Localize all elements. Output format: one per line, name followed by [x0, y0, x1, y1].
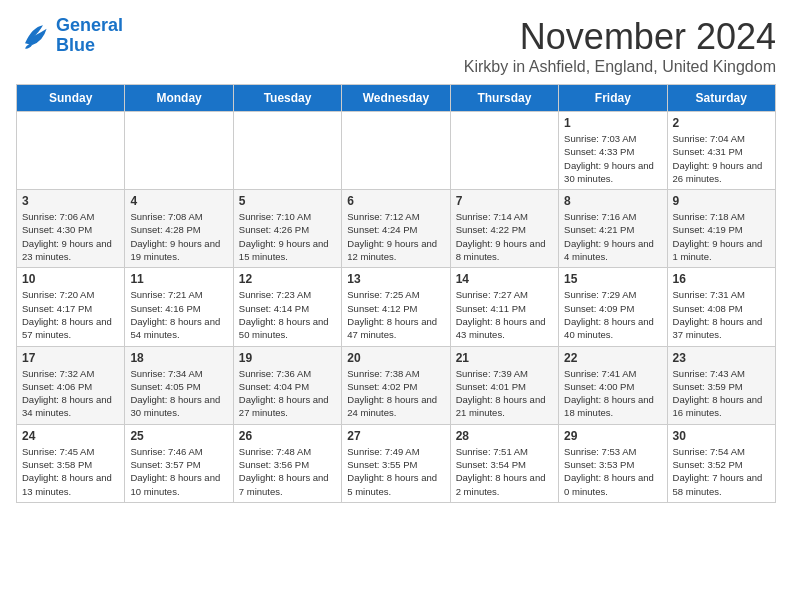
calendar-week-4: 17Sunrise: 7:32 AMSunset: 4:06 PMDayligh…	[17, 346, 776, 424]
day-info: Sunrise: 7:16 AMSunset: 4:21 PMDaylight:…	[564, 210, 661, 263]
day-number: 2	[673, 116, 770, 130]
day-info: Sunrise: 7:32 AMSunset: 4:06 PMDaylight:…	[22, 367, 119, 420]
calendar-cell	[233, 112, 341, 190]
calendar-cell: 10Sunrise: 7:20 AMSunset: 4:17 PMDayligh…	[17, 268, 125, 346]
calendar-week-5: 24Sunrise: 7:45 AMSunset: 3:58 PMDayligh…	[17, 424, 776, 502]
day-number: 9	[673, 194, 770, 208]
calendar-cell: 2Sunrise: 7:04 AMSunset: 4:31 PMDaylight…	[667, 112, 775, 190]
day-number: 20	[347, 351, 444, 365]
day-info: Sunrise: 7:36 AMSunset: 4:04 PMDaylight:…	[239, 367, 336, 420]
calendar-cell: 9Sunrise: 7:18 AMSunset: 4:19 PMDaylight…	[667, 190, 775, 268]
day-number: 1	[564, 116, 661, 130]
day-number: 6	[347, 194, 444, 208]
header-row: Sunday Monday Tuesday Wednesday Thursday…	[17, 85, 776, 112]
day-number: 14	[456, 272, 553, 286]
calendar-cell	[450, 112, 558, 190]
day-info: Sunrise: 7:03 AMSunset: 4:33 PMDaylight:…	[564, 132, 661, 185]
calendar-cell: 30Sunrise: 7:54 AMSunset: 3:52 PMDayligh…	[667, 424, 775, 502]
header-sunday: Sunday	[17, 85, 125, 112]
calendar-cell: 22Sunrise: 7:41 AMSunset: 4:00 PMDayligh…	[559, 346, 667, 424]
page-header: General Blue November 2024 Kirkby in Ash…	[16, 16, 776, 76]
logo: General Blue	[16, 16, 123, 56]
title-area: November 2024 Kirkby in Ashfield, Englan…	[464, 16, 776, 76]
header-tuesday: Tuesday	[233, 85, 341, 112]
day-info: Sunrise: 7:04 AMSunset: 4:31 PMDaylight:…	[673, 132, 770, 185]
day-number: 5	[239, 194, 336, 208]
calendar-week-3: 10Sunrise: 7:20 AMSunset: 4:17 PMDayligh…	[17, 268, 776, 346]
day-number: 28	[456, 429, 553, 443]
calendar-cell: 12Sunrise: 7:23 AMSunset: 4:14 PMDayligh…	[233, 268, 341, 346]
calendar-cell: 5Sunrise: 7:10 AMSunset: 4:26 PMDaylight…	[233, 190, 341, 268]
day-info: Sunrise: 7:12 AMSunset: 4:24 PMDaylight:…	[347, 210, 444, 263]
day-info: Sunrise: 7:41 AMSunset: 4:00 PMDaylight:…	[564, 367, 661, 420]
day-number: 8	[564, 194, 661, 208]
day-info: Sunrise: 7:10 AMSunset: 4:26 PMDaylight:…	[239, 210, 336, 263]
day-info: Sunrise: 7:48 AMSunset: 3:56 PMDaylight:…	[239, 445, 336, 498]
day-info: Sunrise: 7:38 AMSunset: 4:02 PMDaylight:…	[347, 367, 444, 420]
calendar-table: Sunday Monday Tuesday Wednesday Thursday…	[16, 84, 776, 503]
day-info: Sunrise: 7:43 AMSunset: 3:59 PMDaylight:…	[673, 367, 770, 420]
day-number: 27	[347, 429, 444, 443]
calendar-cell: 6Sunrise: 7:12 AMSunset: 4:24 PMDaylight…	[342, 190, 450, 268]
calendar-cell: 14Sunrise: 7:27 AMSunset: 4:11 PMDayligh…	[450, 268, 558, 346]
day-info: Sunrise: 7:46 AMSunset: 3:57 PMDaylight:…	[130, 445, 227, 498]
day-number: 10	[22, 272, 119, 286]
calendar-cell: 25Sunrise: 7:46 AMSunset: 3:57 PMDayligh…	[125, 424, 233, 502]
day-info: Sunrise: 7:45 AMSunset: 3:58 PMDaylight:…	[22, 445, 119, 498]
day-info: Sunrise: 7:29 AMSunset: 4:09 PMDaylight:…	[564, 288, 661, 341]
calendar-cell: 26Sunrise: 7:48 AMSunset: 3:56 PMDayligh…	[233, 424, 341, 502]
day-info: Sunrise: 7:23 AMSunset: 4:14 PMDaylight:…	[239, 288, 336, 341]
location-subtitle: Kirkby in Ashfield, England, United King…	[464, 58, 776, 76]
logo-line1: General	[56, 16, 123, 36]
calendar-cell: 16Sunrise: 7:31 AMSunset: 4:08 PMDayligh…	[667, 268, 775, 346]
day-number: 3	[22, 194, 119, 208]
day-info: Sunrise: 7:51 AMSunset: 3:54 PMDaylight:…	[456, 445, 553, 498]
day-number: 7	[456, 194, 553, 208]
day-info: Sunrise: 7:31 AMSunset: 4:08 PMDaylight:…	[673, 288, 770, 341]
day-number: 18	[130, 351, 227, 365]
day-info: Sunrise: 7:14 AMSunset: 4:22 PMDaylight:…	[456, 210, 553, 263]
day-number: 22	[564, 351, 661, 365]
day-info: Sunrise: 7:49 AMSunset: 3:55 PMDaylight:…	[347, 445, 444, 498]
calendar-cell: 21Sunrise: 7:39 AMSunset: 4:01 PMDayligh…	[450, 346, 558, 424]
calendar-cell: 24Sunrise: 7:45 AMSunset: 3:58 PMDayligh…	[17, 424, 125, 502]
logo-line2: Blue	[56, 36, 123, 56]
day-number: 4	[130, 194, 227, 208]
calendar-cell: 18Sunrise: 7:34 AMSunset: 4:05 PMDayligh…	[125, 346, 233, 424]
day-info: Sunrise: 7:27 AMSunset: 4:11 PMDaylight:…	[456, 288, 553, 341]
day-number: 29	[564, 429, 661, 443]
calendar-cell: 27Sunrise: 7:49 AMSunset: 3:55 PMDayligh…	[342, 424, 450, 502]
day-info: Sunrise: 7:34 AMSunset: 4:05 PMDaylight:…	[130, 367, 227, 420]
header-wednesday: Wednesday	[342, 85, 450, 112]
calendar-cell: 7Sunrise: 7:14 AMSunset: 4:22 PMDaylight…	[450, 190, 558, 268]
day-number: 23	[673, 351, 770, 365]
day-number: 19	[239, 351, 336, 365]
day-number: 21	[456, 351, 553, 365]
day-number: 26	[239, 429, 336, 443]
header-friday: Friday	[559, 85, 667, 112]
day-number: 30	[673, 429, 770, 443]
calendar-cell	[342, 112, 450, 190]
calendar-cell	[17, 112, 125, 190]
month-title: November 2024	[464, 16, 776, 58]
calendar-cell: 28Sunrise: 7:51 AMSunset: 3:54 PMDayligh…	[450, 424, 558, 502]
calendar-cell: 8Sunrise: 7:16 AMSunset: 4:21 PMDaylight…	[559, 190, 667, 268]
day-info: Sunrise: 7:18 AMSunset: 4:19 PMDaylight:…	[673, 210, 770, 263]
day-number: 16	[673, 272, 770, 286]
calendar-header: Sunday Monday Tuesday Wednesday Thursday…	[17, 85, 776, 112]
calendar-week-2: 3Sunrise: 7:06 AMSunset: 4:30 PMDaylight…	[17, 190, 776, 268]
calendar-cell: 4Sunrise: 7:08 AMSunset: 4:28 PMDaylight…	[125, 190, 233, 268]
calendar-body: 1Sunrise: 7:03 AMSunset: 4:33 PMDaylight…	[17, 112, 776, 503]
header-saturday: Saturday	[667, 85, 775, 112]
calendar-cell: 19Sunrise: 7:36 AMSunset: 4:04 PMDayligh…	[233, 346, 341, 424]
calendar-cell: 29Sunrise: 7:53 AMSunset: 3:53 PMDayligh…	[559, 424, 667, 502]
day-info: Sunrise: 7:21 AMSunset: 4:16 PMDaylight:…	[130, 288, 227, 341]
calendar-cell: 17Sunrise: 7:32 AMSunset: 4:06 PMDayligh…	[17, 346, 125, 424]
header-monday: Monday	[125, 85, 233, 112]
calendar-cell: 15Sunrise: 7:29 AMSunset: 4:09 PMDayligh…	[559, 268, 667, 346]
day-info: Sunrise: 7:06 AMSunset: 4:30 PMDaylight:…	[22, 210, 119, 263]
calendar-cell: 20Sunrise: 7:38 AMSunset: 4:02 PMDayligh…	[342, 346, 450, 424]
calendar-cell: 13Sunrise: 7:25 AMSunset: 4:12 PMDayligh…	[342, 268, 450, 346]
day-number: 13	[347, 272, 444, 286]
calendar-cell: 23Sunrise: 7:43 AMSunset: 3:59 PMDayligh…	[667, 346, 775, 424]
